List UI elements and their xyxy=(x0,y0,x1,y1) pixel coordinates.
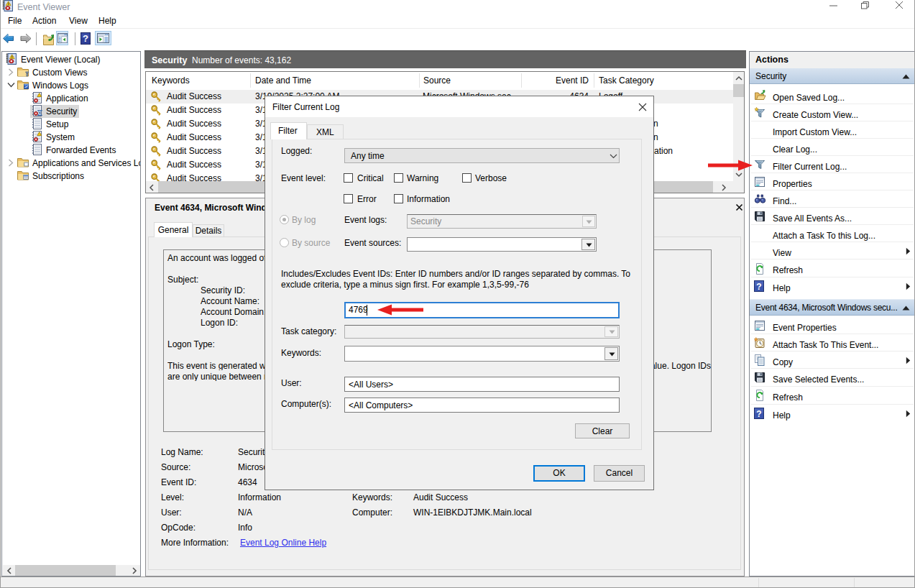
svg-text:?: ? xyxy=(756,409,761,419)
svg-text:?: ? xyxy=(83,33,88,44)
svg-text:?: ? xyxy=(756,282,761,292)
